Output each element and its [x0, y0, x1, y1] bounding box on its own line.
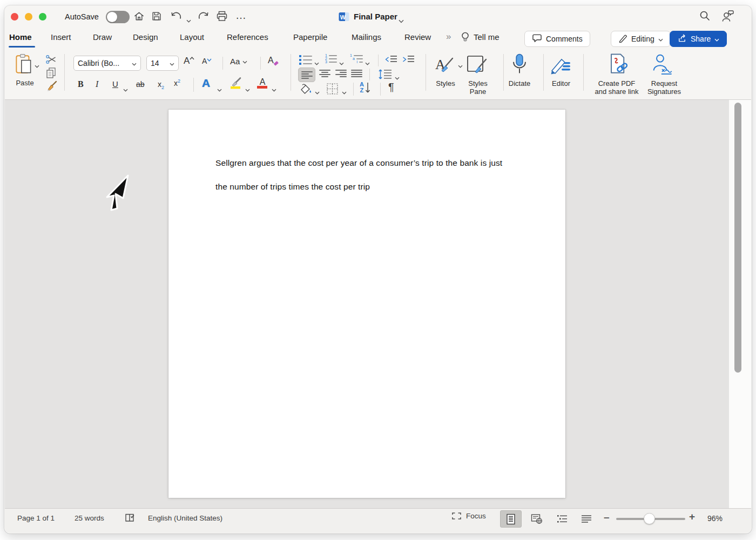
- account-button[interactable]: [720, 9, 735, 24]
- tab-insert[interactable]: Insert: [51, 32, 71, 42]
- font-color-button[interactable]: A: [257, 77, 268, 89]
- tab-home[interactable]: Home: [9, 32, 32, 42]
- show-paragraph-marks-button[interactable]: ¶: [388, 81, 394, 93]
- print-layout-view-button[interactable]: [500, 510, 522, 528]
- document-title[interactable]: Final Paper: [354, 12, 397, 21]
- text-effects-chevron-icon[interactable]: [217, 84, 222, 94]
- dictate-button[interactable]: [510, 53, 529, 77]
- text-effects-button[interactable]: A: [202, 77, 210, 90]
- styles-label: Styles: [430, 79, 461, 87]
- tab-mailings[interactable]: Mailings: [352, 32, 381, 42]
- language-status[interactable]: English (United States): [148, 514, 222, 522]
- web-layout-view-button[interactable]: [526, 510, 548, 528]
- save-button[interactable]: [149, 10, 164, 25]
- font-name-value: Calibri (Bo...: [78, 59, 119, 68]
- scrollbar-thumb[interactable]: [734, 103, 741, 373]
- line-spacing-button[interactable]: [378, 69, 393, 82]
- font-size-select[interactable]: 14: [146, 56, 179, 71]
- document-text-line-1[interactable]: Sellgren argues that the cost per year o…: [215, 158, 502, 168]
- title-chevron-down-icon[interactable]: [399, 16, 404, 25]
- page-count-status[interactable]: Page 1 of 1: [17, 514, 55, 522]
- italic-button[interactable]: I: [96, 79, 98, 89]
- strikethrough-button[interactable]: ab: [136, 80, 145, 89]
- borders-chevron-icon[interactable]: [342, 87, 347, 97]
- sort-button[interactable]: A Z: [360, 82, 370, 94]
- line-spacing-chevron-icon[interactable]: [395, 72, 400, 82]
- subscript-button[interactable]: x2: [158, 79, 164, 90]
- shrink-font-button[interactable]: A: [202, 57, 212, 65]
- align-center-button[interactable]: [319, 70, 330, 77]
- borders-button[interactable]: [326, 83, 339, 97]
- numbered-list-chevron-icon[interactable]: [339, 58, 344, 68]
- tab-design[interactable]: Design: [133, 32, 158, 42]
- draft-view-button[interactable]: [576, 510, 597, 528]
- font-color-chevron-icon[interactable]: [272, 84, 276, 94]
- print-button[interactable]: [214, 10, 230, 25]
- bullet-list-button[interactable]: [299, 55, 312, 65]
- zoom-window-button[interactable]: [39, 13, 46, 21]
- font-color-letter: A: [260, 77, 266, 86]
- minimize-window-button[interactable]: [25, 13, 32, 21]
- autosave-toggle[interactable]: [106, 11, 130, 23]
- tab-paperpile[interactable]: Paperpile: [293, 32, 327, 42]
- tell-me-button[interactable]: Tell me: [474, 32, 500, 42]
- justify-button[interactable]: [351, 70, 363, 77]
- multilevel-list-button[interactable]: 1 a i: [349, 54, 363, 63]
- multilevel-list-chevron-icon[interactable]: [365, 58, 370, 68]
- tab-references[interactable]: References: [227, 32, 268, 42]
- zoom-in-button[interactable]: +: [689, 511, 695, 523]
- comments-button[interactable]: Comments: [524, 31, 590, 47]
- cut-button[interactable]: [45, 54, 57, 67]
- superscript-button[interactable]: x2: [174, 78, 180, 88]
- styles-chevron-icon[interactable]: [458, 60, 463, 70]
- font-name-select[interactable]: Calibri (Bo...: [73, 56, 141, 71]
- undo-button[interactable]: [167, 10, 186, 25]
- zoom-slider-thumb[interactable]: [644, 513, 655, 524]
- focus-mode-button[interactable]: Focus: [451, 512, 486, 520]
- home-button[interactable]: [131, 10, 146, 25]
- share-button[interactable]: Share: [670, 31, 727, 47]
- outline-view-button[interactable]: [551, 510, 573, 528]
- autosave-label: AutoSave: [65, 12, 99, 21]
- underline-chevron-icon[interactable]: [123, 84, 128, 94]
- clear-formatting-button[interactable]: A: [268, 56, 279, 66]
- bullet-list-chevron-icon[interactable]: [314, 58, 319, 68]
- grow-font-button[interactable]: A: [184, 56, 194, 66]
- format-painter-button[interactable]: [45, 80, 58, 94]
- redo-button[interactable]: [195, 10, 211, 25]
- styles-button[interactable]: A: [434, 54, 456, 76]
- undo-dropdown-chevron-icon[interactable]: [186, 15, 191, 25]
- tab-review[interactable]: Review: [404, 32, 431, 42]
- close-window-button[interactable]: [11, 13, 18, 21]
- shading-chevron-icon[interactable]: [315, 87, 320, 97]
- document-text-line-2[interactable]: the number of trips times the cost per t…: [215, 182, 370, 192]
- styles-pane-button[interactable]: [465, 54, 489, 76]
- paste-chevron-down-icon[interactable]: [35, 60, 39, 70]
- scissors-icon: [45, 57, 57, 66]
- editing-mode-button[interactable]: Editing: [611, 31, 671, 47]
- copy-button[interactable]: [45, 67, 57, 81]
- create-pdf-share-link-button[interactable]: [606, 53, 629, 77]
- underline-button[interactable]: U: [112, 79, 118, 89]
- align-left-button[interactable]: [298, 68, 315, 82]
- request-signatures-button[interactable]: [651, 53, 673, 77]
- zoom-out-button[interactable]: –: [604, 511, 610, 523]
- shading-button[interactable]: [299, 83, 312, 97]
- decrease-indent-button[interactable]: [384, 55, 398, 66]
- highlight-chevron-icon[interactable]: [245, 84, 250, 94]
- editor-button[interactable]: [550, 53, 572, 76]
- search-button[interactable]: [697, 9, 712, 24]
- increase-indent-button[interactable]: [402, 55, 415, 66]
- tab-overflow-chevrons-icon[interactable]: »: [446, 31, 450, 42]
- more-commands-button[interactable]: …: [233, 10, 248, 25]
- proofing-status-icon[interactable]: [124, 512, 136, 525]
- numbered-list-button[interactable]: 1 2 3: [324, 54, 337, 63]
- tab-draw[interactable]: Draw: [93, 32, 112, 42]
- tab-layout[interactable]: Layout: [180, 32, 204, 42]
- change-case-button[interactable]: Aa: [230, 56, 247, 66]
- zoom-level-status[interactable]: 96%: [707, 514, 723, 523]
- bold-button[interactable]: B: [78, 79, 84, 89]
- word-count-status[interactable]: 25 words: [75, 514, 104, 522]
- highlight-color-button[interactable]: [229, 77, 243, 92]
- align-right-button[interactable]: [335, 70, 347, 77]
